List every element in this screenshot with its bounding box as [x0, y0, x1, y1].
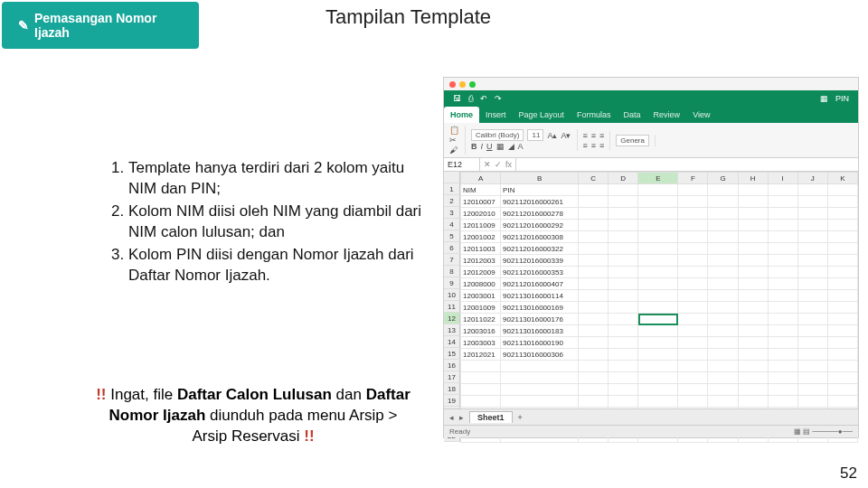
cell[interactable]: [827, 290, 857, 302]
fill-color-icon[interactable]: ◢: [508, 142, 514, 151]
cell[interactable]: [579, 302, 609, 314]
col-header[interactable]: B: [501, 173, 579, 184]
align-left-icon[interactable]: ≡: [583, 141, 588, 150]
cell[interactable]: [768, 243, 797, 255]
ribbon-tab-home[interactable]: Home: [444, 107, 479, 123]
cell[interactable]: [678, 196, 708, 208]
cell[interactable]: [638, 220, 678, 231]
cell[interactable]: [638, 314, 678, 325]
cell[interactable]: 12003001: [461, 290, 501, 302]
cell[interactable]: [461, 396, 501, 408]
cell[interactable]: [768, 290, 797, 302]
cell[interactable]: 12012009: [461, 267, 501, 278]
cell[interactable]: [579, 220, 609, 231]
cell[interactable]: [797, 384, 827, 396]
cell[interactable]: [827, 255, 857, 267]
cell[interactable]: [738, 196, 768, 208]
row-header[interactable]: 2: [444, 195, 460, 207]
minimize-dot[interactable]: [459, 81, 466, 88]
cell[interactable]: NIM: [461, 184, 501, 196]
cell[interactable]: [738, 208, 768, 220]
col-header[interactable]: K: [827, 173, 857, 184]
cell[interactable]: [678, 290, 708, 302]
cell[interactable]: [678, 314, 708, 325]
cell[interactable]: [678, 361, 708, 372]
col-header[interactable]: A: [461, 173, 501, 184]
view-controls[interactable]: ▦ ▤ ─────●──: [794, 427, 853, 436]
cell[interactable]: 12012003: [461, 255, 501, 267]
cell[interactable]: [609, 255, 638, 267]
cell[interactable]: [501, 396, 579, 408]
align-middle-icon[interactable]: ≡: [591, 131, 596, 140]
cell[interactable]: [768, 372, 797, 384]
cell[interactable]: [738, 243, 768, 255]
cell[interactable]: [708, 349, 738, 361]
cell[interactable]: 902113016000169: [501, 302, 579, 314]
cell[interactable]: [638, 325, 678, 337]
cell[interactable]: 902113016000176: [501, 314, 579, 325]
row-header[interactable]: 9: [444, 277, 460, 289]
col-header[interactable]: E: [638, 173, 678, 184]
cell[interactable]: [609, 231, 638, 243]
cell[interactable]: [708, 314, 738, 325]
cell[interactable]: [579, 325, 609, 337]
cell[interactable]: 12003003: [461, 337, 501, 349]
cell[interactable]: [638, 384, 678, 396]
cell[interactable]: [708, 361, 738, 372]
cell[interactable]: [797, 278, 827, 290]
cell[interactable]: 12010007: [461, 196, 501, 208]
cell[interactable]: [797, 243, 827, 255]
cell[interactable]: [768, 314, 797, 325]
cell[interactable]: [609, 278, 638, 290]
cell[interactable]: [768, 325, 797, 337]
cell[interactable]: [609, 384, 638, 396]
cell[interactable]: [678, 255, 708, 267]
ribbon-tab-page-layout[interactable]: Page Layout: [513, 107, 571, 123]
zoom-dot[interactable]: [469, 81, 476, 88]
cell[interactable]: [579, 255, 609, 267]
cell[interactable]: [738, 349, 768, 361]
row-header[interactable]: 19: [444, 395, 460, 407]
spreadsheet-grid[interactable]: 12345678910111213141516171819202122 ABCD…: [444, 172, 858, 443]
row-header[interactable]: 1: [444, 183, 460, 195]
cancel-icon[interactable]: ✕: [484, 160, 491, 169]
cell[interactable]: [678, 325, 708, 337]
cell[interactable]: [827, 231, 857, 243]
row-header[interactable]: 6: [444, 242, 460, 254]
cell[interactable]: [579, 372, 609, 384]
ribbon-tab-formulas[interactable]: Formulas: [571, 107, 618, 123]
underline-icon[interactable]: U: [486, 142, 493, 151]
cell[interactable]: [768, 337, 797, 349]
cell[interactable]: [827, 314, 857, 325]
cell[interactable]: [797, 372, 827, 384]
cell[interactable]: [638, 231, 678, 243]
cell[interactable]: [609, 196, 638, 208]
border-icon[interactable]: ▦: [496, 142, 505, 151]
cell[interactable]: [501, 361, 579, 372]
cell[interactable]: [678, 396, 708, 408]
cell[interactable]: [638, 267, 678, 278]
cell[interactable]: [638, 184, 678, 196]
row-header[interactable]: 17: [444, 371, 460, 383]
row-header[interactable]: 18: [444, 383, 460, 395]
paste-icon[interactable]: 📋: [449, 126, 459, 135]
cell[interactable]: [797, 396, 827, 408]
align-top-icon[interactable]: ≡: [583, 131, 588, 140]
cell[interactable]: [768, 208, 797, 220]
cell[interactable]: [579, 196, 609, 208]
cell[interactable]: 902112016000308: [501, 231, 579, 243]
cell[interactable]: [797, 302, 827, 314]
cell[interactable]: [797, 208, 827, 220]
col-header[interactable]: I: [768, 173, 797, 184]
cell[interactable]: [827, 372, 857, 384]
align-center-icon[interactable]: ≡: [591, 141, 596, 150]
cell[interactable]: [797, 196, 827, 208]
cell[interactable]: [638, 396, 678, 408]
undo-icon[interactable]: ↶: [480, 94, 487, 103]
cell[interactable]: [609, 372, 638, 384]
cell[interactable]: [768, 231, 797, 243]
cell[interactable]: [609, 361, 638, 372]
cell[interactable]: [609, 302, 638, 314]
cell[interactable]: [738, 396, 768, 408]
cell[interactable]: [501, 384, 579, 396]
